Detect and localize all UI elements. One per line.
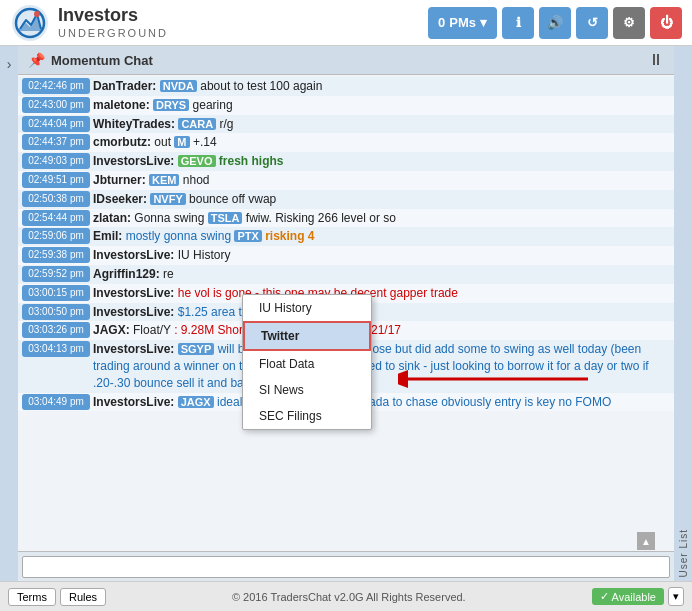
msg-time: 02:59:38 pm xyxy=(22,247,90,263)
ticker-badge: NVDA xyxy=(160,80,197,92)
info-icon: ℹ xyxy=(516,15,521,30)
status-badge: ✓ Available xyxy=(592,588,664,605)
ticker-badge: NVFY xyxy=(150,193,185,205)
status-label: Available xyxy=(612,591,656,603)
header: Investors UNDERGROUND 0 PMs ▾ ℹ 🔊 ↺ ⚙ ⏻ xyxy=(0,0,692,46)
scroll-down-button[interactable]: ▲ xyxy=(637,532,655,550)
msg-time: 03:00:15 pm xyxy=(22,285,90,301)
table-row: 02:59:38 pm InvestorsLive: IU History xyxy=(18,246,674,265)
msg-user: InvestorsLive: xyxy=(93,305,174,319)
msg-time: 03:04:13 pm xyxy=(22,341,90,357)
msg-text: bounce off vwap xyxy=(189,192,276,206)
history-icon: ↺ xyxy=(587,15,598,30)
msg-content: JAGX: Float/Y : 9.28M Short/Finviz: 2.40… xyxy=(93,322,670,339)
table-row: 02:49:03 pm InvestorsLive: GEVO fresh hi… xyxy=(18,152,674,171)
pin-icon: 📌 xyxy=(28,52,45,68)
sound-button[interactable]: 🔊 xyxy=(539,7,571,39)
msg-content: InvestorsLive: he vol is gone - this one… xyxy=(93,285,670,302)
ticker-badge: CARA xyxy=(178,118,216,130)
terms-button[interactable]: Terms xyxy=(8,588,56,606)
user-list-label: User List xyxy=(678,529,689,577)
table-row: 02:50:38 pm IDseeker: NVFY bounce off vw… xyxy=(18,190,674,209)
header-buttons: 0 PMs ▾ ℹ 🔊 ↺ ⚙ ⏻ xyxy=(428,7,682,39)
logo-icon xyxy=(10,3,50,43)
table-row: 02:42:46 pm DanTrader: NVDA about to tes… xyxy=(18,77,674,96)
msg-user: Emil: xyxy=(93,229,122,243)
chat-title: Momentum Chat xyxy=(51,53,153,68)
settings-button[interactable]: ⚙ xyxy=(613,7,645,39)
msg-time: 02:59:52 pm xyxy=(22,266,90,282)
msg-content: DanTrader: NVDA about to test 100 again xyxy=(93,78,670,95)
table-row: 02:43:00 pm maletone: DRYS gearing xyxy=(18,96,674,115)
chat-title-area: 📌 Momentum Chat xyxy=(28,52,153,68)
checkmark-icon: ✓ xyxy=(600,590,609,603)
logo-text: Investors UNDERGROUND xyxy=(58,5,168,40)
context-menu: IU History Twitter Float Data SI News SE… xyxy=(242,294,372,430)
msg-content: Agriffin129: re xyxy=(93,266,670,283)
ticker-badge-green: GEVO xyxy=(178,155,216,167)
msg-text: gearing xyxy=(193,98,233,112)
msg-user: cmorbutz: xyxy=(93,135,151,149)
ticker-badge: KEM xyxy=(149,174,179,186)
msg-user: InvestorsLive: xyxy=(93,342,174,356)
msg-content: zlatan: Gonna swing TSLA fwiw. Risking 2… xyxy=(93,210,670,227)
msg-time: 02:42:46 pm xyxy=(22,78,90,94)
msg-user: Jbturner: xyxy=(93,173,146,187)
msg-content: IDseeker: NVFY bounce off vwap xyxy=(93,191,670,208)
msg-content: InvestorsLive: IU History xyxy=(93,247,670,264)
table-row: 02:44:04 pm WhiteyTrades: CARA r/g xyxy=(18,115,674,134)
msg-user: IDseeker: xyxy=(93,192,147,206)
msg-text: +.14 xyxy=(193,135,217,149)
msg-time: 03:04:49 pm xyxy=(22,394,90,410)
pm-button[interactable]: 0 PMs ▾ xyxy=(428,7,497,39)
pm-label: PMs xyxy=(449,15,476,30)
msg-time: 02:43:00 pm xyxy=(22,97,90,113)
chat-input[interactable] xyxy=(22,556,670,578)
msg-content: InvestorsLive: GEVO fresh highs xyxy=(93,153,670,170)
rules-button[interactable]: Rules xyxy=(60,588,106,606)
msg-text: fwiw. Risking 266 level or so xyxy=(246,211,396,225)
msg-time: 02:54:44 pm xyxy=(22,210,90,226)
ticker-badge: TSLA xyxy=(208,212,243,224)
pm-dropdown-icon: ▾ xyxy=(480,15,487,30)
footer-right: ✓ Available ▾ xyxy=(592,587,684,606)
msg-user: zlatan: xyxy=(93,211,131,225)
logo-area: Investors UNDERGROUND xyxy=(10,3,428,43)
status-dropdown[interactable]: ▾ xyxy=(668,587,684,606)
svg-point-2 xyxy=(34,11,40,17)
ticker-badge: DRYS xyxy=(153,99,189,111)
context-menu-item-iu-history[interactable]: IU History xyxy=(243,295,371,321)
info-button[interactable]: ℹ xyxy=(502,7,534,39)
main-layout: › 📌 Momentum Chat ⏸ 02:42:46 pm DanTrade… xyxy=(0,46,692,581)
input-bar xyxy=(18,551,674,581)
context-menu-item-sec-filings[interactable]: SEC Filings xyxy=(243,403,371,429)
context-menu-item-si-news[interactable]: SI News xyxy=(243,377,371,403)
table-row: 02:59:06 pm Emil: mostly gonna swing PTX… xyxy=(18,227,674,246)
right-sidebar: User List xyxy=(674,46,692,581)
gear-icon: ⚙ xyxy=(623,15,635,30)
msg-time: 02:44:37 pm xyxy=(22,134,90,150)
table-row: 02:49:51 pm Jbturner: KEM nhod xyxy=(18,171,674,190)
msg-time: 02:44:04 pm xyxy=(22,116,90,132)
msg-content: InvestorsLive: SGYP will be out the day … xyxy=(93,341,670,391)
msg-text: nhod xyxy=(183,173,210,187)
context-menu-item-twitter[interactable]: Twitter xyxy=(243,321,371,351)
sidebar-toggle[interactable]: › xyxy=(0,46,18,581)
history-button[interactable]: ↺ xyxy=(576,7,608,39)
footer-copyright: © 2016 TradersChat v2.0G All Rights Rese… xyxy=(232,591,466,603)
pause-icon[interactable]: ⏸ xyxy=(648,51,664,69)
msg-time: 02:50:38 pm xyxy=(22,191,90,207)
msg-text: Gonna swing xyxy=(134,211,207,225)
msg-text: re xyxy=(163,267,174,281)
sound-icon: 🔊 xyxy=(547,15,563,30)
msg-time: 02:59:06 pm xyxy=(22,228,90,244)
power-button[interactable]: ⏻ xyxy=(650,7,682,39)
table-row: 02:44:37 pm cmorbutz: out M +.14 xyxy=(18,133,674,152)
msg-user: InvestorsLive: xyxy=(93,395,174,409)
msg-user: Agriffin129: xyxy=(93,267,160,281)
msg-text: Float/Y xyxy=(133,323,171,337)
context-menu-item-float-data[interactable]: Float Data xyxy=(243,351,371,377)
msg-content: cmorbutz: out M +.14 xyxy=(93,134,670,151)
table-row: 02:59:52 pm Agriffin129: re xyxy=(18,265,674,284)
footer-left: Terms Rules xyxy=(8,588,106,606)
